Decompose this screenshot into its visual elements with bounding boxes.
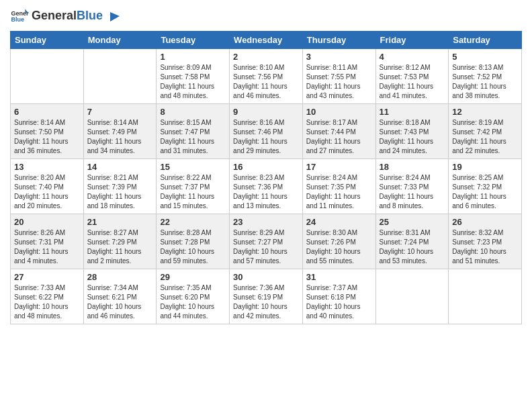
day-detail: Sunrise: 8:11 AM Sunset: 7:55 PM Dayligh…	[306, 63, 372, 101]
day-cell: 29Sunrise: 7:35 AM Sunset: 6:20 PM Dayli…	[157, 269, 230, 324]
day-cell	[83, 49, 157, 104]
logo-text: GeneralBlue	[32, 9, 121, 23]
day-detail: Sunrise: 8:15 AM Sunset: 7:47 PM Dayligh…	[160, 118, 226, 156]
day-number: 11	[380, 107, 445, 117]
day-cell: 12Sunrise: 8:19 AM Sunset: 7:42 PM Dayli…	[449, 104, 522, 159]
day-number: 31	[306, 272, 372, 282]
logo: General Blue GeneralBlue	[10, 7, 121, 26]
header: General Blue GeneralBlue	[10, 7, 522, 26]
day-cell: 6Sunrise: 8:14 AM Sunset: 7:50 PM Daylig…	[11, 104, 84, 159]
day-number: 23	[233, 217, 299, 227]
day-detail: Sunrise: 8:29 AM Sunset: 7:27 PM Dayligh…	[233, 228, 299, 266]
calendar-table: SundayMondayTuesdayWednesdayThursdayFrid…	[10, 31, 522, 324]
day-number: 28	[87, 272, 153, 282]
day-header-monday: Monday	[83, 32, 157, 49]
day-cell: 9Sunrise: 8:16 AM Sunset: 7:46 PM Daylig…	[230, 104, 303, 159]
day-cell: 5Sunrise: 8:13 AM Sunset: 7:52 PM Daylig…	[449, 49, 522, 104]
day-cell: 21Sunrise: 8:27 AM Sunset: 7:29 PM Dayli…	[83, 214, 157, 269]
week-row-2: 13Sunrise: 8:20 AM Sunset: 7:40 PM Dayli…	[11, 159, 522, 214]
day-detail: Sunrise: 8:27 AM Sunset: 7:29 PM Dayligh…	[87, 228, 153, 266]
day-detail: Sunrise: 8:10 AM Sunset: 7:56 PM Dayligh…	[233, 63, 299, 101]
day-detail: Sunrise: 8:17 AM Sunset: 7:44 PM Dayligh…	[306, 118, 372, 156]
day-cell: 28Sunrise: 7:34 AM Sunset: 6:21 PM Dayli…	[83, 269, 157, 324]
day-detail: Sunrise: 8:13 AM Sunset: 7:52 PM Dayligh…	[452, 63, 518, 101]
day-cell: 1Sunrise: 8:09 AM Sunset: 7:58 PM Daylig…	[157, 49, 230, 104]
day-detail: Sunrise: 8:30 AM Sunset: 7:26 PM Dayligh…	[306, 228, 372, 266]
day-number: 27	[14, 272, 80, 282]
day-number: 29	[160, 272, 226, 282]
logo-triangle-icon	[107, 9, 121, 23]
day-number: 22	[160, 217, 226, 227]
day-cell: 22Sunrise: 8:28 AM Sunset: 7:28 PM Dayli…	[157, 214, 230, 269]
day-number: 13	[14, 162, 80, 172]
day-detail: Sunrise: 8:14 AM Sunset: 7:49 PM Dayligh…	[87, 118, 153, 156]
day-header-saturday: Saturday	[449, 32, 522, 49]
day-cell: 10Sunrise: 8:17 AM Sunset: 7:44 PM Dayli…	[302, 104, 375, 159]
day-number: 24	[306, 217, 372, 227]
day-header-tuesday: Tuesday	[157, 32, 230, 49]
day-detail: Sunrise: 8:12 AM Sunset: 7:53 PM Dayligh…	[380, 63, 445, 101]
day-detail: Sunrise: 8:23 AM Sunset: 7:36 PM Dayligh…	[233, 173, 299, 211]
day-cell: 25Sunrise: 8:31 AM Sunset: 7:24 PM Dayli…	[375, 214, 449, 269]
svg-marker-3	[110, 12, 120, 21]
day-cell	[11, 49, 84, 104]
day-number: 21	[87, 217, 153, 227]
day-detail: Sunrise: 8:31 AM Sunset: 7:24 PM Dayligh…	[380, 228, 445, 266]
day-detail: Sunrise: 7:33 AM Sunset: 6:22 PM Dayligh…	[14, 283, 80, 321]
day-number: 25	[380, 217, 445, 227]
day-detail: Sunrise: 8:24 AM Sunset: 7:33 PM Dayligh…	[380, 173, 445, 211]
day-cell: 31Sunrise: 7:37 AM Sunset: 6:18 PM Dayli…	[302, 269, 375, 324]
day-number: 12	[452, 107, 518, 117]
day-detail: Sunrise: 8:09 AM Sunset: 7:58 PM Dayligh…	[160, 63, 226, 101]
day-number: 6	[14, 107, 80, 117]
day-detail: Sunrise: 8:22 AM Sunset: 7:37 PM Dayligh…	[160, 173, 226, 211]
day-detail: Sunrise: 8:25 AM Sunset: 7:32 PM Dayligh…	[452, 173, 518, 211]
day-cell: 11Sunrise: 8:18 AM Sunset: 7:43 PM Dayli…	[375, 104, 449, 159]
day-detail: Sunrise: 8:24 AM Sunset: 7:35 PM Dayligh…	[306, 173, 372, 211]
day-number: 16	[233, 162, 299, 172]
day-cell: 16Sunrise: 8:23 AM Sunset: 7:36 PM Dayli…	[230, 159, 303, 214]
day-detail: Sunrise: 8:28 AM Sunset: 7:28 PM Dayligh…	[160, 228, 226, 266]
day-cell: 19Sunrise: 8:25 AM Sunset: 7:32 PM Dayli…	[449, 159, 522, 214]
page: General Blue GeneralBlue SundayMondayTue…	[0, 0, 532, 411]
day-cell: 23Sunrise: 8:29 AM Sunset: 7:27 PM Dayli…	[230, 214, 303, 269]
day-number: 9	[233, 107, 299, 117]
day-detail: Sunrise: 8:20 AM Sunset: 7:40 PM Dayligh…	[14, 173, 80, 211]
day-number: 18	[380, 162, 445, 172]
day-number: 26	[452, 217, 518, 227]
day-cell: 18Sunrise: 8:24 AM Sunset: 7:33 PM Dayli…	[375, 159, 449, 214]
day-cell: 26Sunrise: 8:32 AM Sunset: 7:23 PM Dayli…	[449, 214, 522, 269]
day-number: 20	[14, 217, 80, 227]
day-cell: 3Sunrise: 8:11 AM Sunset: 7:55 PM Daylig…	[302, 49, 375, 104]
day-cell: 30Sunrise: 7:36 AM Sunset: 6:19 PM Dayli…	[230, 269, 303, 324]
day-detail: Sunrise: 8:16 AM Sunset: 7:46 PM Dayligh…	[233, 118, 299, 156]
day-number: 8	[160, 107, 226, 117]
week-row-1: 6Sunrise: 8:14 AM Sunset: 7:50 PM Daylig…	[11, 104, 522, 159]
day-number: 10	[306, 107, 372, 117]
day-number: 15	[160, 162, 226, 172]
day-cell	[449, 269, 522, 324]
day-detail: Sunrise: 7:36 AM Sunset: 6:19 PM Dayligh…	[233, 283, 299, 321]
day-number: 5	[452, 52, 518, 62]
day-cell: 14Sunrise: 8:21 AM Sunset: 7:39 PM Dayli…	[83, 159, 157, 214]
day-cell: 8Sunrise: 8:15 AM Sunset: 7:47 PM Daylig…	[157, 104, 230, 159]
day-detail: Sunrise: 8:18 AM Sunset: 7:43 PM Dayligh…	[380, 118, 445, 156]
day-cell: 4Sunrise: 8:12 AM Sunset: 7:53 PM Daylig…	[375, 49, 449, 104]
day-cell: 2Sunrise: 8:10 AM Sunset: 7:56 PM Daylig…	[230, 49, 303, 104]
day-detail: Sunrise: 7:35 AM Sunset: 6:20 PM Dayligh…	[160, 283, 226, 321]
day-detail: Sunrise: 8:14 AM Sunset: 7:50 PM Dayligh…	[14, 118, 80, 156]
day-cell: 27Sunrise: 7:33 AM Sunset: 6:22 PM Dayli…	[11, 269, 84, 324]
day-detail: Sunrise: 7:37 AM Sunset: 6:18 PM Dayligh…	[306, 283, 372, 321]
day-number: 4	[380, 52, 445, 62]
day-cell	[375, 269, 449, 324]
day-header-sunday: Sunday	[11, 32, 84, 49]
day-detail: Sunrise: 8:19 AM Sunset: 7:42 PM Dayligh…	[452, 118, 518, 156]
week-row-4: 27Sunrise: 7:33 AM Sunset: 6:22 PM Dayli…	[11, 269, 522, 324]
day-detail: Sunrise: 7:34 AM Sunset: 6:21 PM Dayligh…	[87, 283, 153, 321]
day-header-friday: Friday	[375, 32, 449, 49]
day-number: 19	[452, 162, 518, 172]
day-cell: 24Sunrise: 8:30 AM Sunset: 7:26 PM Dayli…	[302, 214, 375, 269]
day-number: 17	[306, 162, 372, 172]
day-number: 7	[87, 107, 153, 117]
day-cell: 15Sunrise: 8:22 AM Sunset: 7:37 PM Dayli…	[157, 159, 230, 214]
